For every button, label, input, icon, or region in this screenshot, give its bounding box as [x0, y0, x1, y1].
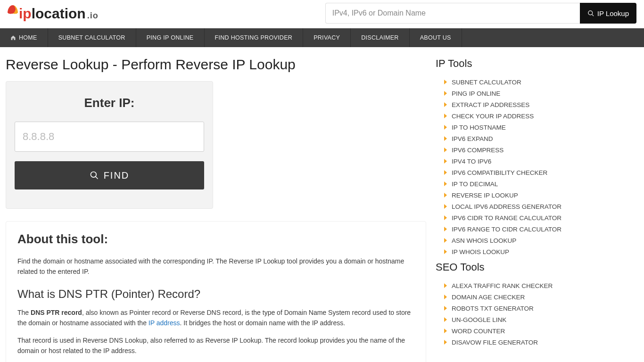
article-paragraph: The DNS PTR record, also known as Pointe… — [17, 307, 414, 329]
ip-lookup-button-label: IP Lookup — [597, 9, 629, 17]
nav-find-hosting-provider[interactable]: FIND HOSTING PROVIDER — [205, 28, 304, 47]
nav-item-label: PING IP ONLINE — [147, 34, 194, 41]
logo-text-io: .io — [86, 11, 99, 21]
sidebar-item-ip-tool[interactable]: REVERSE IP LOOKUP — [444, 189, 638, 201]
sidebar-item-ip-tool[interactable]: IPV6 EXPAND — [444, 133, 638, 144]
article-paragraph: Find the domain or hostname associated w… — [17, 256, 414, 277]
main-nav: HOME SUBNET CALCULATOR PING IP ONLINE FI… — [0, 28, 644, 47]
nav-disclaimer[interactable]: DISCLAIMER — [351, 28, 409, 47]
nav-item-label: PRIVACY — [314, 34, 340, 41]
find-button-label: FIND — [104, 170, 130, 181]
article-heading: About this tool: — [17, 232, 414, 247]
search-icon — [90, 171, 99, 180]
sidebar-item-ip-tool[interactable]: LOCAL IPV6 ADDRESS GENERATOR — [444, 201, 638, 212]
sidebar-item-ip-tool[interactable]: IPV6 CIDR TO RANGE CALCULATOR — [444, 212, 638, 223]
svg-point-2 — [91, 172, 96, 178]
sidebar-item-ip-tool[interactable]: PING IP ONLINE — [444, 88, 638, 99]
nav-privacy[interactable]: PRIVACY — [303, 28, 351, 47]
top-bar: ip location .io IP Lookup — [0, 0, 644, 28]
logo-text-location: location — [32, 6, 86, 22]
panel-heading: Enter IP: — [15, 96, 204, 110]
sidebar-item-seo-tool[interactable]: ROBOTS TXT GENERATOR — [444, 303, 638, 314]
sidebar-item-ip-tool[interactable]: IPV6 COMPRESS — [444, 144, 638, 156]
bold-text: DNS PTR record — [31, 309, 82, 316]
sidebar-heading-ip-tools: IP Tools — [436, 58, 638, 70]
lookup-panel: Enter IP: FIND — [6, 81, 213, 209]
site-logo[interactable]: ip location .io — [8, 5, 99, 22]
nav-item-label: HOME — [19, 34, 37, 41]
sidebar-heading-seo-tools: SEO Tools — [436, 261, 638, 273]
ip-lookup-button[interactable]: IP Lookup — [580, 3, 636, 24]
article-subheading: What is DNS PTR (Pointer) Record? — [17, 288, 414, 301]
sidebar-item-ip-tool[interactable]: IP TO HOSTNAME — [444, 122, 638, 133]
sidebar-item-ip-tool[interactable]: IPV6 COMPATIBILITY CHECKER — [444, 167, 638, 178]
svg-line-1 — [592, 14, 594, 16]
sidebar-item-ip-tool[interactable]: IPV6 RANGE TO CIDR CALCULATOR — [444, 223, 638, 235]
header-search: IP Lookup — [325, 3, 636, 24]
sidebar-item-ip-tool[interactable]: SUBNET CALCULATOR — [444, 76, 638, 88]
sidebar-item-ip-tool[interactable]: IP WHOIS LOOKUP — [444, 246, 638, 257]
sidebar-item-seo-tool[interactable]: UN-GOOGLE LINK — [444, 314, 638, 325]
nav-item-label: FIND HOSTING PROVIDER — [215, 34, 293, 41]
nav-item-label: SUBNET CALCULATOR — [58, 34, 125, 41]
pin-icon — [8, 5, 18, 18]
sidebar-item-ip-tool[interactable]: CHECK YOUR IP ADDRESS — [444, 110, 638, 122]
sidebar-item-ip-tool[interactable]: ASN WHOIS LOOKUP — [444, 235, 638, 246]
sidebar-item-seo-tool[interactable]: WORD COUNTER — [444, 325, 638, 337]
ip-input[interactable] — [15, 122, 204, 152]
sidebar-item-ip-tool[interactable]: IPV4 TO IPV6 — [444, 156, 638, 167]
svg-point-0 — [588, 10, 593, 15]
ip-address-link[interactable]: IP address — [149, 319, 180, 327]
nav-home[interactable]: HOME — [0, 28, 48, 47]
sidebar-item-ip-tool[interactable]: EXTRACT IP ADDRESSES — [444, 99, 638, 110]
sidebar-item-ip-tool[interactable]: IP TO DECIMAL — [444, 178, 638, 189]
nav-item-label: ABOUT US — [420, 34, 451, 41]
nav-item-label: DISCLAIMER — [361, 34, 398, 41]
seo-tools-list: ALEXA TRAFFIC RANK CHECKERDOMAIN AGE CHE… — [436, 280, 638, 348]
ip-tools-list: SUBNET CALCULATORPING IP ONLINEEXTRACT I… — [436, 76, 638, 257]
about-article: About this tool: Find the domain or host… — [6, 221, 426, 362]
ip-search-input[interactable] — [325, 3, 580, 24]
logo-text-ip: ip — [19, 6, 32, 22]
home-icon — [10, 35, 16, 41]
article-paragraph: That record is used in Reverse DNS Looku… — [17, 335, 414, 356]
nav-ping-ip-online[interactable]: PING IP ONLINE — [136, 28, 205, 47]
sidebar-item-seo-tool[interactable]: DISAVOW FILE GENERATOR — [444, 337, 638, 348]
nav-subnet-calculator[interactable]: SUBNET CALCULATOR — [48, 28, 136, 47]
page-title: Reverse Lookup - Perform Reverse IP Look… — [6, 57, 426, 73]
svg-line-3 — [95, 177, 98, 179]
find-button[interactable]: FIND — [15, 161, 204, 189]
sidebar-item-seo-tool[interactable]: ALEXA TRAFFIC RANK CHECKER — [444, 280, 638, 291]
nav-about-us[interactable]: ABOUT US — [410, 28, 462, 47]
search-icon — [587, 10, 594, 17]
sidebar: IP Tools SUBNET CALCULATORPING IP ONLINE… — [436, 54, 638, 362]
sidebar-item-seo-tool[interactable]: DOMAIN AGE CHECKER — [444, 291, 638, 303]
